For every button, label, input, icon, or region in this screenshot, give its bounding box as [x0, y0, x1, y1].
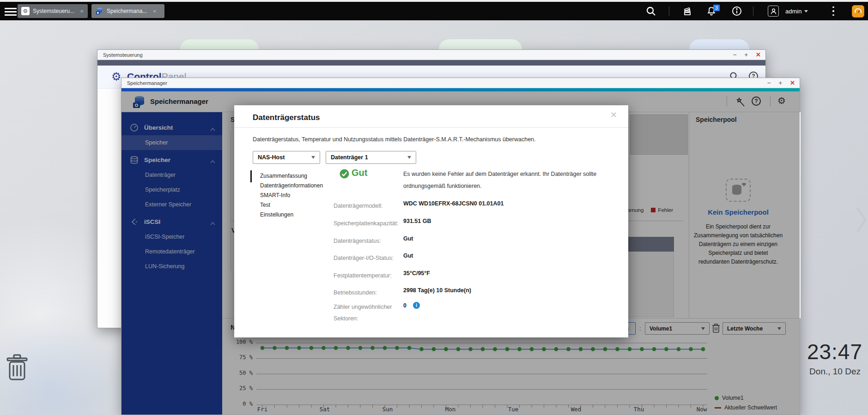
app-accent-bar [121, 88, 800, 91]
disk-select[interactable]: Datenträger 1 [326, 151, 416, 164]
storage-manager-titlebar[interactable]: Speichermanager − + ✕ [121, 78, 800, 88]
minimize-icon[interactable]: − [733, 50, 737, 60]
field-value: Gut [403, 253, 413, 259]
recycle-bin-icon[interactable] [5, 354, 30, 384]
notifications-bell-icon[interactable]: 3 [706, 2, 717, 20]
storage-manager-icon [95, 7, 103, 15]
close-tab-icon[interactable]: ✕ [80, 9, 84, 14]
field-label: Datenträgerstatus: [334, 235, 402, 247]
field-label: Festplattentemperatur: [334, 270, 402, 282]
field-value: 2998 Tag(e) 10 Stunde(n) [403, 287, 471, 294]
disk-select-value: Datenträger 1 [331, 154, 368, 161]
tab-systemsteuerung[interactable]: ⚙ Systemsteueru... ✕ [18, 4, 88, 18]
control-panel-gear-icon: ⚙ [111, 70, 121, 83]
menu-item-datentraegerinformationen[interactable]: Datenträgerinformationen [260, 182, 323, 189]
field-label: Betriebsstunden: [334, 287, 402, 299]
chevron-down-icon [311, 156, 315, 159]
resource-monitor-icon[interactable] [852, 2, 864, 20]
search-icon[interactable] [646, 2, 656, 20]
field-label: Datenträger-I/O-Status: [334, 253, 402, 264]
control-panel-menuband [97, 60, 765, 66]
notification-badge: 3 [713, 5, 720, 11]
status-badge: Gut [352, 168, 367, 178]
tab-label: Speichermana... [107, 8, 147, 14]
divider [669, 6, 669, 16]
menu-item-zusammenfassung[interactable]: Zusammenfassung [260, 173, 307, 179]
field-label: Speicherplattenkapazität: [334, 218, 402, 229]
more-options-icon[interactable] [832, 2, 834, 20]
screen: 23:47 Don., 10 Dez Systemsteuerung − + ✕… [0, 0, 868, 415]
background-tasks-icon[interactable] [682, 2, 693, 20]
field-value: 0 i [403, 302, 420, 309]
dialog-title: Datenträgerstatus [253, 113, 320, 122]
user-menu[interactable]: admin [785, 2, 808, 20]
status-description: Es wurden keine Fehler auf dem Datenträg… [403, 168, 624, 192]
field-label: Zähler ungewöhnlicher Sektoren: [334, 301, 402, 325]
info-icon[interactable]: i [413, 302, 420, 309]
menu-item-smart-info[interactable]: SMART-Info [260, 192, 290, 198]
clock-date: Don., 10 Dez [807, 367, 862, 377]
menu-item-einstellungen[interactable]: Einstellungen [260, 211, 293, 218]
desktop-clock: 23:47 Don., 10 Dez [807, 340, 862, 377]
user-name: admin [785, 8, 801, 15]
chevron-down-icon [804, 10, 808, 12]
menu-item-test[interactable]: Test [260, 202, 270, 208]
close-icon[interactable]: ✕ [610, 110, 617, 120]
field-value: 35°C/95°F [403, 270, 430, 277]
window-title: Speichermanager [121, 80, 167, 86]
info-icon[interactable] [732, 2, 742, 20]
divider [753, 6, 753, 16]
field-value: WDC WD10EFRX-68JCSN0 01.01A01 [403, 200, 504, 207]
dialog-description: Datenträgerstatus, Temperatur und Nutzun… [253, 136, 536, 143]
status-ok-icon [340, 169, 349, 180]
maximize-icon[interactable]: + [745, 50, 748, 60]
chevron-down-icon [407, 156, 411, 159]
active-menu-indicator [250, 170, 252, 182]
control-panel-titlebar[interactable]: Systemsteuerung − + ✕ [97, 50, 765, 60]
window-title: Systemsteuerung [97, 52, 143, 58]
tab-speichermanager[interactable]: Speichermana... ✕ [91, 4, 164, 18]
clock-time: 23:47 [807, 340, 862, 364]
close-icon[interactable]: ✕ [790, 78, 795, 88]
divider [234, 127, 628, 128]
gear-icon: ⚙ [21, 7, 30, 15]
tab-label: Systemsteueru... [33, 8, 74, 14]
close-icon[interactable]: ✕ [756, 50, 761, 60]
next-desktop-chevron-icon[interactable] [856, 207, 868, 235]
sector-count-value: 0 [403, 302, 407, 309]
user-avatar[interactable] [768, 2, 779, 20]
host-select[interactable]: NAS-Host [253, 151, 320, 164]
topbar: ⚙ Systemsteueru... ✕ Speichermana... ✕ [0, 2, 868, 20]
host-select-value: NAS-Host [258, 154, 285, 161]
disk-status-dialog: Datenträgerstatus ✕ Datenträgerstatus, T… [234, 105, 628, 337]
field-label: Datenträgermodell: [334, 200, 402, 212]
minimize-icon[interactable]: − [767, 78, 771, 88]
field-value: Gut [403, 235, 413, 242]
field-value: 931.51 GB [403, 218, 431, 224]
maximize-icon[interactable]: + [779, 78, 783, 88]
main-menu-icon[interactable] [5, 6, 18, 16]
close-tab-icon[interactable]: ✕ [152, 9, 156, 14]
